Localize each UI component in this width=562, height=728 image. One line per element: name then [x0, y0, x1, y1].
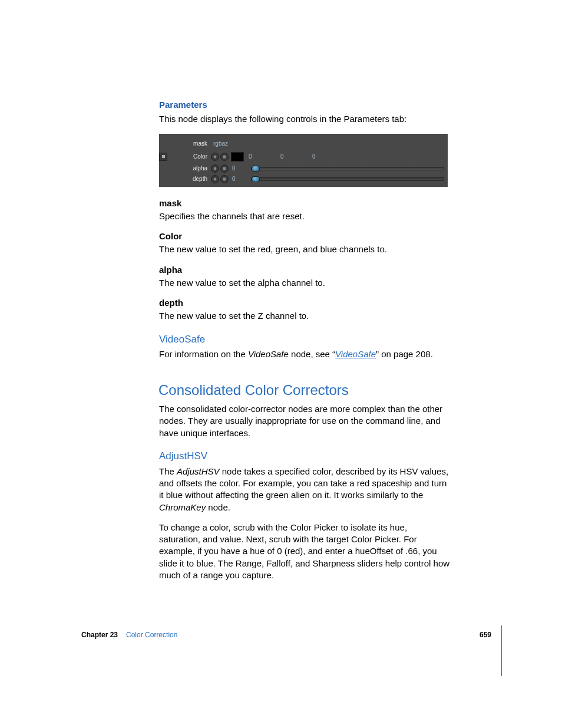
alpha-label: alpha	[172, 164, 211, 173]
mask-field: rgbaz	[211, 140, 444, 148]
heading-videosafe: VideoSafe	[159, 333, 450, 347]
adjusthsv-p1: The AdjustHSV node takes a specified col…	[159, 466, 450, 513]
text: ” on page 208.	[376, 349, 433, 359]
param-depth-name: depth	[159, 297, 450, 309]
expression-icon	[220, 153, 229, 161]
adjusthsv-p2: To change a color, scrub with the Color …	[159, 522, 450, 581]
expression-icon	[220, 175, 229, 183]
svg-point-4	[214, 177, 217, 180]
footer-chapter: Chapter 23	[81, 630, 118, 640]
depth-field: 0	[230, 175, 249, 183]
parameters-panel-screenshot: mask rgbaz Color 0 0 0 alpha 0 depth 0	[159, 134, 448, 187]
param-color-name: Color	[159, 230, 450, 242]
keyframe-icon	[211, 175, 219, 183]
videosafe-link[interactable]: VideoSafe	[335, 349, 376, 359]
depth-slider	[251, 177, 444, 181]
param-alpha-name: alpha	[159, 264, 450, 276]
param-color-desc: The new value to set the red, green, and…	[159, 243, 450, 255]
footer-page-number: 659	[480, 630, 491, 640]
videosafe-node-name: VideoSafe	[248, 349, 289, 359]
svg-point-2	[214, 167, 217, 170]
heading-parameters: Parameters	[159, 99, 450, 111]
svg-rect-3	[223, 167, 226, 170]
videosafe-body: For information on the VideoSafe node, s…	[159, 348, 450, 360]
keyframe-icon	[211, 153, 219, 161]
mask-label: mask	[172, 140, 211, 148]
parameters-intro: This node displays the following control…	[159, 113, 450, 125]
chromakey-node-name: ChromaKey	[159, 502, 206, 512]
svg-point-0	[214, 155, 217, 158]
alpha-field: 0	[230, 164, 249, 173]
alpha-slider	[251, 167, 444, 170]
adjusthsv-node-name: AdjustHSV	[177, 466, 220, 476]
param-mask-name: mask	[159, 197, 450, 209]
text: node, see “	[289, 349, 335, 359]
svg-rect-5	[223, 177, 226, 180]
color-swatch	[231, 152, 244, 162]
footer-rule	[501, 625, 502, 676]
keyframe-icon	[211, 164, 219, 173]
heading-consolidated: Consolidated Color Correctors	[158, 381, 450, 400]
heading-adjusthsv: AdjustHSV	[159, 450, 450, 463]
color-label: Color	[172, 153, 211, 161]
consolidated-body: The consolidated color-corrector nodes a…	[159, 403, 450, 439]
color-b-field: 0	[310, 153, 342, 161]
panel-expand-icon	[159, 153, 167, 161]
param-alpha-desc: The new value to set the alpha channel t…	[159, 277, 450, 289]
expression-icon	[220, 164, 229, 173]
text: The	[159, 466, 177, 476]
text: node.	[206, 502, 230, 512]
depth-label: depth	[172, 175, 211, 183]
svg-rect-1	[223, 155, 226, 158]
color-r-field: 0	[246, 153, 278, 161]
page-footer: Chapter 23 Color Correction 659	[81, 630, 491, 640]
text: For information on the	[159, 349, 248, 359]
param-depth-desc: The new value to set the Z channel to.	[159, 310, 450, 322]
footer-title: Color Correction	[126, 630, 177, 640]
color-g-field: 0	[278, 153, 310, 161]
param-mask-desc: Specifies the channels that are reset.	[159, 210, 450, 222]
